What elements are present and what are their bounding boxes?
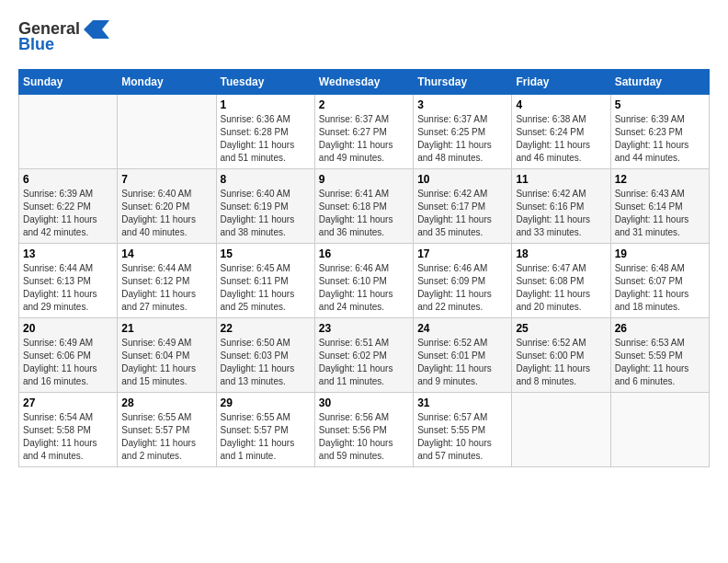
calendar-cell: 15Sunrise: 6:45 AMSunset: 6:11 PMDayligh… [216,244,314,318]
day-number: 28 [121,396,211,409]
day-detail: Sunrise: 6:42 AMSunset: 6:17 PMDaylight:… [417,188,507,239]
calendar-cell: 16Sunrise: 6:46 AMSunset: 6:10 PMDayligh… [314,244,413,318]
day-detail: Sunrise: 6:37 AMSunset: 6:27 PMDaylight:… [319,113,409,165]
day-detail: Sunrise: 6:40 AMSunset: 6:20 PMDaylight:… [121,188,211,239]
calendar-table: SundayMondayTuesdayWednesdayThursdayFrid… [18,69,710,467]
calendar-cell: 28Sunrise: 6:55 AMSunset: 5:57 PMDayligh… [118,393,216,467]
calendar-cell: 23Sunrise: 6:51 AMSunset: 6:02 PMDayligh… [314,318,413,393]
logo-icon [84,18,109,39]
calendar-cell: 13Sunrise: 6:44 AMSunset: 6:13 PMDayligh… [19,244,118,318]
day-detail: Sunrise: 6:50 AMSunset: 6:03 PMDaylight:… [221,337,311,388]
day-number: 16 [319,247,409,260]
calendar-cell [512,393,610,467]
day-number: 12 [615,173,705,186]
day-number: 17 [417,247,507,260]
calendar-cell: 19Sunrise: 6:48 AMSunset: 6:07 PMDayligh… [610,244,709,318]
logo-blue: Blue [18,35,54,54]
calendar-cell: 11Sunrise: 6:42 AMSunset: 6:16 PMDayligh… [512,169,610,244]
day-detail: Sunrise: 6:49 AMSunset: 6:06 PMDaylight:… [23,337,113,388]
calendar-header-friday: Friday [512,70,610,95]
day-number: 22 [221,322,311,335]
calendar-cell: 27Sunrise: 6:54 AMSunset: 5:58 PMDayligh… [19,393,118,467]
day-number: 24 [417,322,507,335]
day-number: 10 [417,173,507,186]
calendar-cell: 1Sunrise: 6:36 AMSunset: 6:28 PMDaylight… [216,95,314,169]
calendar-header-tuesday: Tuesday [216,70,314,95]
day-detail: Sunrise: 6:51 AMSunset: 6:02 PMDaylight:… [319,337,409,388]
day-detail: Sunrise: 6:40 AMSunset: 6:19 PMDaylight:… [221,188,311,239]
calendar-cell [19,95,118,169]
day-detail: Sunrise: 6:49 AMSunset: 6:04 PMDaylight:… [121,337,211,388]
day-detail: Sunrise: 6:48 AMSunset: 6:07 PMDaylight:… [615,262,705,314]
day-detail: Sunrise: 6:46 AMSunset: 6:09 PMDaylight:… [417,262,507,314]
calendar-week-2: 6Sunrise: 6:39 AMSunset: 6:22 PMDaylight… [19,169,710,244]
day-number: 25 [516,322,606,335]
day-detail: Sunrise: 6:55 AMSunset: 5:57 PMDaylight:… [121,411,211,463]
day-detail: Sunrise: 6:39 AMSunset: 6:23 PMDaylight:… [615,113,705,165]
day-detail: Sunrise: 6:44 AMSunset: 6:13 PMDaylight:… [23,262,113,314]
day-number: 6 [23,173,113,186]
calendar-cell: 3Sunrise: 6:37 AMSunset: 6:25 PMDaylight… [414,95,512,169]
day-detail: Sunrise: 6:36 AMSunset: 6:28 PMDaylight:… [221,113,311,165]
day-number: 29 [221,396,311,409]
calendar-cell: 24Sunrise: 6:52 AMSunset: 6:01 PMDayligh… [414,318,512,393]
calendar-cell [118,95,216,169]
day-detail: Sunrise: 6:54 AMSunset: 5:58 PMDaylight:… [23,411,113,463]
day-number: 3 [417,98,507,111]
calendar-cell: 5Sunrise: 6:39 AMSunset: 6:23 PMDaylight… [610,95,709,169]
calendar-header-monday: Monday [118,70,216,95]
day-detail: Sunrise: 6:55 AMSunset: 5:57 PMDaylight:… [221,411,311,463]
day-detail: Sunrise: 6:46 AMSunset: 6:10 PMDaylight:… [319,262,409,314]
day-number: 15 [221,247,311,260]
calendar-cell: 22Sunrise: 6:50 AMSunset: 6:03 PMDayligh… [216,318,314,393]
calendar-cell [610,393,709,467]
calendar-cell: 6Sunrise: 6:39 AMSunset: 6:22 PMDaylight… [19,169,118,244]
day-detail: Sunrise: 6:52 AMSunset: 6:01 PMDaylight:… [417,337,507,388]
calendar-header-row: SundayMondayTuesdayWednesdayThursdayFrid… [19,70,710,95]
day-detail: Sunrise: 6:45 AMSunset: 6:11 PMDaylight:… [221,262,311,314]
calendar-cell: 29Sunrise: 6:55 AMSunset: 5:57 PMDayligh… [216,393,314,467]
calendar-cell: 7Sunrise: 6:40 AMSunset: 6:20 PMDaylight… [118,169,216,244]
calendar-cell: 31Sunrise: 6:57 AMSunset: 5:55 PMDayligh… [414,393,512,467]
day-number: 14 [121,247,211,260]
day-number: 4 [516,98,606,111]
calendar-header-sunday: Sunday [19,70,118,95]
day-detail: Sunrise: 6:47 AMSunset: 6:08 PMDaylight:… [516,262,606,314]
day-detail: Sunrise: 6:57 AMSunset: 5:55 PMDaylight:… [417,411,507,463]
day-number: 31 [417,396,507,409]
calendar-cell: 20Sunrise: 6:49 AMSunset: 6:06 PMDayligh… [19,318,118,393]
day-number: 23 [319,322,409,335]
day-detail: Sunrise: 6:53 AMSunset: 5:59 PMDaylight:… [615,337,705,388]
day-detail: Sunrise: 6:39 AMSunset: 6:22 PMDaylight:… [23,188,113,239]
calendar-header-saturday: Saturday [610,70,709,95]
calendar-cell: 2Sunrise: 6:37 AMSunset: 6:27 PMDaylight… [314,95,413,169]
day-number: 2 [319,98,409,111]
calendar-cell: 18Sunrise: 6:47 AMSunset: 6:08 PMDayligh… [512,244,610,318]
calendar-week-1: 1Sunrise: 6:36 AMSunset: 6:28 PMDaylight… [19,95,710,169]
day-number: 5 [615,98,705,111]
svg-marker-0 [84,20,109,39]
calendar-cell: 8Sunrise: 6:40 AMSunset: 6:19 PMDaylight… [216,169,314,244]
day-detail: Sunrise: 6:42 AMSunset: 6:16 PMDaylight:… [516,188,606,239]
page-header: General Blue [18,18,710,54]
day-detail: Sunrise: 6:52 AMSunset: 6:00 PMDaylight:… [516,337,606,388]
day-number: 18 [516,247,606,260]
calendar-cell: 12Sunrise: 6:43 AMSunset: 6:14 PMDayligh… [610,169,709,244]
day-detail: Sunrise: 6:56 AMSunset: 5:56 PMDaylight:… [319,411,409,463]
day-detail: Sunrise: 6:38 AMSunset: 6:24 PMDaylight:… [516,113,606,165]
logo: General Blue [18,18,109,54]
calendar-cell: 14Sunrise: 6:44 AMSunset: 6:12 PMDayligh… [118,244,216,318]
day-detail: Sunrise: 6:43 AMSunset: 6:14 PMDaylight:… [615,188,705,239]
day-detail: Sunrise: 6:44 AMSunset: 6:12 PMDaylight:… [121,262,211,314]
day-detail: Sunrise: 6:41 AMSunset: 6:18 PMDaylight:… [319,188,409,239]
day-number: 21 [121,322,211,335]
day-number: 13 [23,247,113,260]
calendar-cell: 17Sunrise: 6:46 AMSunset: 6:09 PMDayligh… [414,244,512,318]
day-detail: Sunrise: 6:37 AMSunset: 6:25 PMDaylight:… [417,113,507,165]
calendar-week-5: 27Sunrise: 6:54 AMSunset: 5:58 PMDayligh… [19,393,710,467]
calendar-cell: 25Sunrise: 6:52 AMSunset: 6:00 PMDayligh… [512,318,610,393]
day-number: 26 [615,322,705,335]
calendar-cell: 21Sunrise: 6:49 AMSunset: 6:04 PMDayligh… [118,318,216,393]
calendar-cell: 30Sunrise: 6:56 AMSunset: 5:56 PMDayligh… [314,393,413,467]
day-number: 7 [121,173,211,186]
